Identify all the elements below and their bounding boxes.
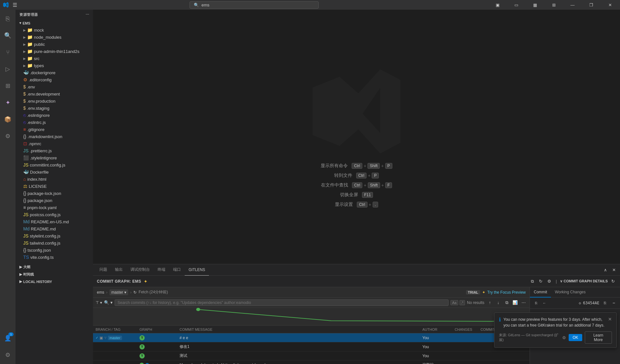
tree-item-dockerfile[interactable]: 🐳 Dockerfile [17,168,93,176]
notification-close-btn[interactable]: ✕ [608,317,612,322]
details-tab-working-changes[interactable]: Working Changes [551,287,589,298]
activity-item-explorer[interactable]: ⎘ [0,11,16,26]
activity-item-search[interactable]: 🔍 [0,28,16,43]
notification-learn-more-btn[interactable]: Learn More [585,331,612,344]
sidebar-section-outline[interactable]: ▶ 大纲 [16,263,93,271]
tree-item-license[interactable]: ⚖ LICENSE [17,183,93,190]
match-case-btn[interactable]: Aa [450,300,458,305]
tree-item-package-lock[interactable]: {} package-lock.json [17,190,93,197]
tree-item-markdownlint[interactable]: {} .markdownlint.json [17,133,93,140]
activity-item-remote[interactable]: ⚙ [0,128,16,144]
tree-item-pure-admin[interactable]: ▶ 📁 pure-admin-thin11and2s [17,48,93,55]
tree-item-postcss[interactable]: JS postcss.config.js [17,211,93,218]
tree-item-readme-en[interactable]: Md README.en-US.md [17,218,93,225]
sidebar-menu-icon[interactable]: ⋯ [86,13,89,17]
tree-item-stylelintignore[interactable]: ⬛ .stylelintignore [17,154,93,161]
tab-ports[interactable]: 端口 [169,264,185,276]
tab-output[interactable]: 输出 [111,264,127,276]
tree-item-eslintrc[interactable]: ⎋ .eslintrc.js [17,119,93,126]
tab-problems[interactable]: 问题 [96,264,111,276]
tree-item-npmrc[interactable]: ⊡ .npmrc [17,140,93,147]
tree-item-stylelint-config[interactable]: JS stylelint.config.js [17,232,93,239]
tree-item-gitignore[interactable]: ≡ .gitignore [17,126,93,133]
tree-item-env[interactable]: $ .env [17,83,93,90]
tree-item-src[interactable]: ▶ 📁 src [17,55,93,62]
tab-terminal[interactable]: 终端 [154,264,169,276]
sidebar-section-ems[interactable]: ▾ EMS [16,20,93,26]
commit-row-2[interactable]: Y 修改1 You [93,342,530,351]
search-more-btn[interactable]: ⋯ [520,299,527,306]
activity-item-ai[interactable]: ✦ [0,95,16,110]
search-commits-input[interactable] [115,299,449,306]
focus-preview-label[interactable]: Try the Focus Preview [487,290,526,295]
activity-item-extensions[interactable]: ⊞ [0,78,16,94]
nav-back-btn[interactable]: ← [541,299,548,307]
activity-item-source-control[interactable]: ⑂ [0,45,16,60]
tree-item-vite-config[interactable]: TS vite.config.ts [17,254,93,261]
minimize-button[interactable]: — [565,0,580,10]
chevron-down-icon: ▾ [124,290,126,295]
tree-item-public[interactable]: ▶ 📁 public [17,41,93,48]
search-box[interactable]: 🔍 ems [190,1,319,9]
layout-btn-2[interactable]: ▭ [509,0,524,10]
tree-item-pnpm-lock[interactable]: ≡ pnpm-lock.yaml [17,204,93,211]
sidebar-section-timeline[interactable]: ▶ 时间线 [16,271,93,278]
layout-btn-4[interactable]: ⊞ [546,0,561,10]
commit-row-4[interactable]: Merge branch 'master' of https://gitee.c… [93,360,530,364]
search-down-btn[interactable]: ↓ [495,299,502,306]
nav-copy-icon[interactable]: ⎘ [532,299,540,307]
tree-item-dockerignore[interactable]: 🐳 .dockerignore [17,69,93,76]
tree-item-mock[interactable]: ▶ 📁 mock [17,26,93,34]
activity-item-accounts[interactable]: 👤 1 [0,330,16,346]
tree-item-tailwind[interactable]: JS tailwind.config.js [17,239,93,247]
notification-settings-btn[interactable]: ⚙ [562,335,566,340]
restore-button[interactable]: ❐ [584,0,599,10]
activity-item-settings[interactable]: ⚙ [0,347,16,363]
open-in-editor-btn[interactable]: ⧉ [529,278,536,285]
tree-item-env-staging[interactable]: $ .env.staging [17,105,93,112]
branch-selector[interactable]: master ▾ [109,289,129,295]
tree-item-env-dev[interactable]: $ .env.development [17,90,93,97]
close-button[interactable]: ✕ [603,0,617,10]
sidebar-section-local-history[interactable]: ▶ LOCAL HISTORY [16,278,93,285]
tree-item-commitlint[interactable]: JS commitlint.config.js [17,161,93,168]
menu-button[interactable]: ☰ [12,2,18,8]
tree-item-tsconfig[interactable]: {} tsconfig.json [17,247,93,254]
details-tab-commit[interactable]: Commit [530,287,551,298]
search-open-btn[interactable]: ⧉ [503,299,510,306]
notification-ok-btn[interactable]: OK [569,334,582,341]
tree-item-prettierrc[interactable]: JS .prettierrc.js [17,147,93,154]
message-col-1: # e e [177,336,420,340]
tree-item-types[interactable]: ▶ 📁 types [17,62,93,69]
tree-item-editorconfig[interactable]: ⚙ .editorconfig [17,76,93,83]
git-icon: ≡ [23,127,26,132]
tree-item-node-modules[interactable]: ▶ 📁 node_modules [17,34,93,41]
layout-btn-1[interactable]: ▣ [490,0,505,10]
panel-collapse-btn[interactable]: ∧ [602,266,609,273]
panel-close-btn[interactable]: ✕ [610,266,617,273]
file-label: README.en-US.md [31,219,69,224]
commit-row-3[interactable]: Y 测试 You [93,351,530,360]
tree-item-package-json[interactable]: {} package.json [17,197,93,204]
regex-btn[interactable]: .* [460,300,465,305]
search-filter-btn[interactable]: ⊤ ▾ [96,300,102,305]
tree-item-env-prod[interactable]: $ .env.production [17,97,93,105]
tab-debug-console[interactable]: 调试控制台 [127,264,154,276]
settings-btn[interactable]: ⚙ [546,278,553,285]
sha-copy-btn[interactable]: ⎘ [601,299,608,307]
activity-item-packages[interactable]: 📦 [0,112,16,127]
author-col-1: You [420,336,452,340]
tab-gitlens[interactable]: GITLENS [185,264,209,276]
search-up-btn[interactable]: ↑ [486,299,493,306]
layout-btn-3[interactable]: ▦ [528,0,542,10]
files-icon: ⎘ [6,15,10,23]
graph-view-btn[interactable]: 📊 [512,299,519,306]
tree-item-readme[interactable]: Md README.md [17,225,93,232]
tree-item-index-html[interactable]: ⌂ index.html [17,176,93,183]
details-refresh-btn[interactable]: ↻ [610,278,616,285]
commit-row-1[interactable]: ✓ ▣ ⑂ master Y # e e [93,333,530,342]
refresh-btn[interactable]: ↻ [538,278,544,285]
tree-item-eslintignore[interactable]: ⎋ .eslintignore [17,112,93,119]
activity-item-run[interactable]: ▷ [0,61,16,77]
sha-more-btn[interactable]: ⋯ [610,299,617,307]
